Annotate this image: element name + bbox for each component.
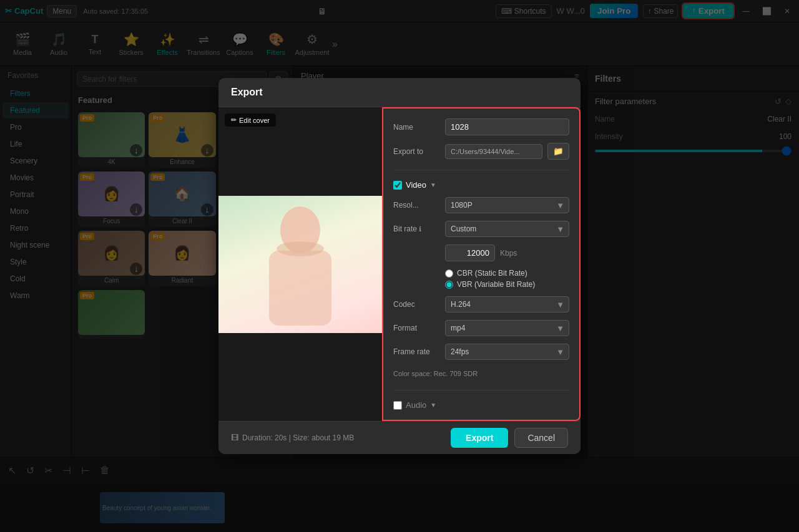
video-collapse-arrow[interactable]: ▼ xyxy=(430,181,436,188)
section-divider-video xyxy=(393,170,569,170)
section-divider-audio xyxy=(393,390,569,390)
modal-footer: 🎞 Duration: 20s | Size: about 19 MB Expo… xyxy=(218,421,581,454)
color-space-row: Color space: Rec. 709 SDR xyxy=(393,367,569,380)
codec-label: Codec xyxy=(393,300,440,309)
bitrate-label: Bit rate ℹ xyxy=(393,225,440,233)
form-name-row: Name xyxy=(393,118,569,135)
bitrate-row: Bit rate ℹ Custom Auto ▼ xyxy=(393,221,569,237)
cbr-label: CBR (Static Bit Rate) xyxy=(457,269,527,278)
format-select-wrapper: mp4 mov avi ▼ xyxy=(445,320,569,336)
codec-row: Codec H.264 H.265 VP9 ▼ xyxy=(393,296,569,312)
duration-text: Duration: 20s | Size: about 19 MB xyxy=(242,433,354,442)
export-confirm-button[interactable]: Export xyxy=(451,428,508,448)
audio-collapse-arrow[interactable]: ▼ xyxy=(430,402,436,409)
bitrate-value-row: Kbps xyxy=(445,244,569,261)
modal-overlay: Export ✏ Edit cover xyxy=(0,0,799,532)
vbr-option[interactable]: VBR (Variable Bit Rate) xyxy=(445,280,569,289)
audio-section-label: Audio xyxy=(406,400,426,410)
cbr-radio[interactable] xyxy=(445,269,453,278)
modal-form: Name Export to 📁 Video ▼ R xyxy=(382,107,581,421)
name-input[interactable] xyxy=(445,118,569,135)
person-svg xyxy=(250,196,350,333)
footer-buttons: Export Cancel xyxy=(451,428,568,448)
resolution-row: Resol... 1080P 720P 2K 4K ▼ xyxy=(393,197,569,213)
framerate-select[interactable]: 24fps 30fps 60fps xyxy=(445,344,569,360)
cancel-button[interactable]: Cancel xyxy=(514,428,568,448)
vbr-label: VBR (Variable Bit Rate) xyxy=(457,280,535,289)
format-select[interactable]: mp4 mov avi xyxy=(445,320,569,336)
bitrate-select[interactable]: Custom Auto xyxy=(445,221,569,237)
audio-enabled-checkbox[interactable] xyxy=(393,401,402,410)
framerate-row: Frame rate 24fps 30fps 60fps ▼ xyxy=(393,344,569,360)
pencil-icon: ✏ xyxy=(231,116,237,124)
bitrate-info-icon[interactable]: ℹ xyxy=(419,225,421,233)
modal-title: Export xyxy=(218,78,581,107)
export-to-label: Export to xyxy=(393,147,440,156)
vbr-radio[interactable] xyxy=(445,281,453,289)
framerate-select-wrapper: 24fps 30fps 60fps ▼ xyxy=(445,344,569,360)
bitrate-input[interactable] xyxy=(445,244,495,261)
color-space-label: Color space: Rec. 709 SDR xyxy=(393,370,478,377)
codec-select-wrapper: H.264 H.265 VP9 ▼ xyxy=(445,296,569,312)
duration-info: 🎞 Duration: 20s | Size: about 19 MB xyxy=(231,433,354,442)
resolution-select-wrapper: 1080P 720P 2K 4K ▼ xyxy=(445,197,569,213)
name-label: Name xyxy=(393,123,440,132)
framerate-label: Frame rate xyxy=(393,347,440,356)
video-section-label: Video xyxy=(406,180,426,190)
bitrate-select-wrapper: Custom Auto ▼ xyxy=(445,221,569,237)
modal-preview: ✏ Edit cover xyxy=(218,107,382,421)
codec-select[interactable]: H.264 H.265 VP9 xyxy=(445,296,569,312)
resolution-label: Resol... xyxy=(393,201,440,210)
modal-body: ✏ Edit cover Name xyxy=(218,107,581,421)
format-label: Format xyxy=(393,324,440,332)
video-enabled-checkbox[interactable] xyxy=(393,181,402,190)
audio-section-header: Audio ▼ xyxy=(393,400,569,410)
export-modal: Export ✏ Edit cover xyxy=(218,78,581,454)
cbr-option[interactable]: CBR (Static Bit Rate) xyxy=(445,269,569,278)
film-icon: 🎞 xyxy=(231,433,238,442)
edit-cover-label: Edit cover xyxy=(239,117,270,124)
export-path-input[interactable] xyxy=(445,144,542,159)
preview-image xyxy=(218,196,382,333)
radio-row: CBR (Static Bit Rate) VBR (Variable Bit … xyxy=(445,269,569,289)
svg-rect-1 xyxy=(269,251,331,326)
video-section-header: Video ▼ xyxy=(393,180,569,190)
bitrate-unit: Kbps xyxy=(500,249,517,258)
edit-cover-button[interactable]: ✏ Edit cover xyxy=(225,114,276,127)
format-row: Format mp4 mov avi ▼ xyxy=(393,320,569,336)
form-export-to-row: Export to 📁 xyxy=(393,143,569,160)
resolution-select[interactable]: 1080P 720P 2K 4K xyxy=(445,197,569,213)
svg-point-2 xyxy=(277,241,324,256)
folder-browse-button[interactable]: 📁 xyxy=(547,143,569,160)
